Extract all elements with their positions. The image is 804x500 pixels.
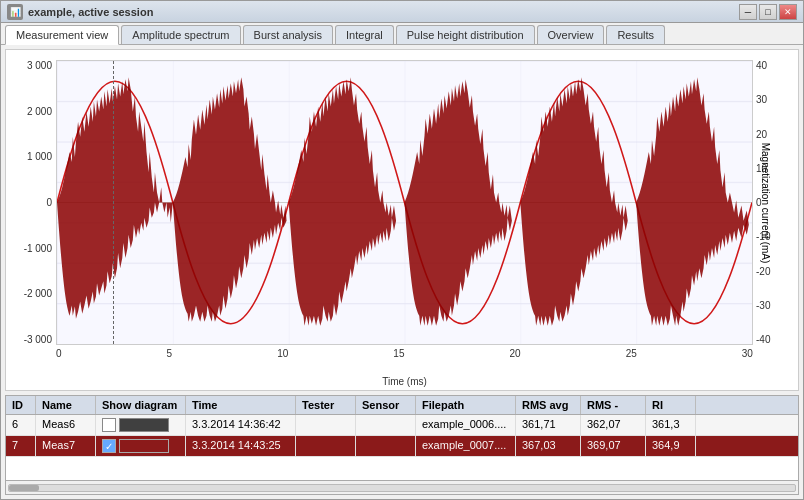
scroll-thumb[interactable] bbox=[9, 485, 39, 491]
col-header-show-diagram[interactable]: Show diagram bbox=[96, 396, 186, 414]
close-button[interactable]: ✕ bbox=[779, 4, 797, 20]
col-header-ri[interactable]: RI bbox=[646, 396, 696, 414]
tab-amplitude-spectrum[interactable]: Amplitude spectrum bbox=[121, 25, 240, 44]
minimize-button[interactable]: ─ bbox=[739, 4, 757, 20]
chart-plot-area bbox=[56, 60, 753, 345]
color-checkbox[interactable]: ✓ bbox=[102, 439, 116, 453]
cell-id: 7 bbox=[6, 436, 36, 456]
cursor-line bbox=[113, 61, 114, 344]
x-axis: 0 5 10 15 20 25 30 Time (ms) bbox=[56, 345, 753, 390]
tab-pulse-height-distribution[interactable]: Pulse height distribution bbox=[396, 25, 535, 44]
cell-tester bbox=[296, 415, 356, 435]
cell-id: 6 bbox=[6, 415, 36, 435]
window-icon: 📊 bbox=[7, 4, 23, 20]
cell-show-diagram[interactable] bbox=[96, 415, 186, 435]
cell-tester bbox=[296, 436, 356, 456]
col-header-time[interactable]: Time bbox=[186, 396, 296, 414]
table-header: ID Name Show diagram Time Tester Sensor … bbox=[6, 396, 798, 415]
tab-integral[interactable]: Integral bbox=[335, 25, 394, 44]
cell-ri: 361,3 bbox=[646, 415, 696, 435]
tab-burst-analysis[interactable]: Burst analysis bbox=[243, 25, 333, 44]
tab-results[interactable]: Results bbox=[606, 25, 665, 44]
y-axis-right: 40 30 20 10 0 -10 -20 -30 -40 Magnetizat… bbox=[753, 60, 798, 345]
cell-show-diagram[interactable]: ✓ bbox=[96, 436, 186, 456]
cell-filepath: example_0007.... bbox=[416, 436, 516, 456]
horizontal-scrollbar[interactable] bbox=[6, 480, 798, 494]
x-axis-label: Time (ms) bbox=[382, 376, 427, 387]
title-bar: 📊 example, active session ─ □ ✕ bbox=[1, 1, 803, 23]
col-header-rms-minus[interactable]: RMS - bbox=[581, 396, 646, 414]
cell-rms-minus: 362,07 bbox=[581, 415, 646, 435]
scroll-track[interactable] bbox=[8, 484, 796, 492]
maximize-button[interactable]: □ bbox=[759, 4, 777, 20]
x-axis-ticks: 0 5 10 15 20 25 30 bbox=[56, 345, 753, 362]
y-axis-left: 3 000 2 000 1 000 0 -1 000 -2 000 -3 000… bbox=[6, 60, 56, 345]
cell-name: Meas7 bbox=[36, 436, 96, 456]
table-row-selected[interactable]: 7 Meas7 ✓ 3.3.2014 14:43:25 example_0007… bbox=[6, 436, 798, 457]
cell-rms-avg: 367,03 bbox=[516, 436, 581, 456]
diagram-color-swatch bbox=[119, 418, 169, 432]
col-header-name[interactable]: Name bbox=[36, 396, 96, 414]
cell-sensor bbox=[356, 415, 416, 435]
tab-bar: Measurement view Amplitude spectrum Burs… bbox=[1, 23, 803, 45]
cell-time: 3.3.2014 14:36:42 bbox=[186, 415, 296, 435]
cell-name: Meas6 bbox=[36, 415, 96, 435]
col-header-id[interactable]: ID bbox=[6, 396, 36, 414]
color-checkbox[interactable] bbox=[102, 418, 116, 432]
col-header-tester[interactable]: Tester bbox=[296, 396, 356, 414]
col-header-sensor[interactable]: Sensor bbox=[356, 396, 416, 414]
cell-rms-minus: 369,07 bbox=[581, 436, 646, 456]
cell-ri: 364,9 bbox=[646, 436, 696, 456]
table-body: 6 Meas6 3.3.2014 14:36:42 example_0006..… bbox=[6, 415, 798, 480]
cell-time: 3.3.2014 14:43:25 bbox=[186, 436, 296, 456]
cell-sensor bbox=[356, 436, 416, 456]
window-title: example, active session bbox=[28, 6, 739, 18]
data-table: ID Name Show diagram Time Tester Sensor … bbox=[5, 395, 799, 495]
main-window: 📊 example, active session ─ □ ✕ Measurem… bbox=[0, 0, 804, 500]
col-header-filepath[interactable]: Filepath bbox=[416, 396, 516, 414]
tab-overview[interactable]: Overview bbox=[537, 25, 605, 44]
y-right-label: Magnetization current (mA) bbox=[760, 138, 771, 268]
window-controls: ─ □ ✕ bbox=[739, 4, 797, 20]
table-row[interactable]: 6 Meas6 3.3.2014 14:36:42 example_0006..… bbox=[6, 415, 798, 436]
col-header-rms-avg[interactable]: RMS avg bbox=[516, 396, 581, 414]
tab-measurement-view[interactable]: Measurement view bbox=[5, 25, 119, 45]
chart-svg bbox=[57, 61, 752, 344]
content-area: 3 000 2 000 1 000 0 -1 000 -2 000 -3 000… bbox=[1, 45, 803, 499]
cell-filepath: example_0006.... bbox=[416, 415, 516, 435]
diagram-color-swatch bbox=[119, 439, 169, 453]
chart-container: 3 000 2 000 1 000 0 -1 000 -2 000 -3 000… bbox=[5, 49, 799, 391]
cell-rms-avg: 361,71 bbox=[516, 415, 581, 435]
